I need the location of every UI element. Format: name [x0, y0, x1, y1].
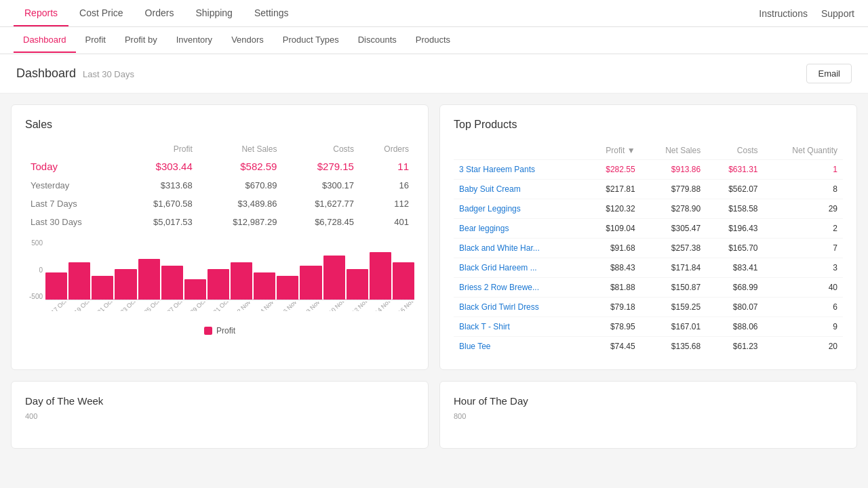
tp-product-name[interactable]: Briess 2 Row Brewe... [454, 278, 583, 298]
sales-row-profit: $303.44 [121, 157, 198, 176]
tp-product-netsales: $278.90 [641, 199, 707, 219]
chart-bar [45, 272, 67, 300]
tp-product-name[interactable]: Black Grid Hareem ... [454, 258, 583, 278]
sales-table-row: Yesterday $313.68 $670.89 $300.17 16 [25, 176, 414, 195]
hour-of-day-y-label: 800 [454, 412, 843, 420]
x-axis-label: 4 Nov [257, 302, 277, 311]
page-header: Dashboard Last 30 Days Email [0, 54, 868, 94]
sales-row-label: Yesterday [25, 176, 121, 195]
tp-product-quantity: 29 [764, 199, 843, 219]
tp-product-name[interactable]: Baby Suit Cream [454, 180, 583, 199]
sales-row-netsales: $12,987.29 [198, 213, 283, 231]
legend-color-profit [204, 327, 212, 335]
top-product-row: Bear leggings $109.04 $305.47 $196.43 2 [454, 219, 843, 239]
tp-product-profit: $217.81 [583, 180, 640, 199]
chart-bar [184, 279, 206, 300]
x-axis-label: 16 Nov [396, 302, 414, 311]
x-axis-label: 2 Nov [234, 302, 254, 311]
top-product-row: Black Grid Twirl Dress $79.18 $159.25 $8… [454, 298, 843, 317]
top-product-row: Black Grid Hareem ... $88.43 $171.84 $83… [454, 258, 843, 278]
chart-legend: Profit [25, 326, 414, 336]
nav-shipping[interactable]: Shipping [184, 1, 243, 26]
chart-bar [161, 266, 183, 300]
tp-product-costs: $562.07 [706, 180, 763, 199]
subnav-profit-by[interactable]: Profit by [115, 28, 167, 53]
tp-product-profit: $74.45 [583, 337, 640, 357]
chart-bar [208, 269, 229, 300]
nav-orders[interactable]: Orders [134, 1, 185, 26]
subnav-discounts[interactable]: Discounts [349, 28, 406, 53]
chart-bar [231, 262, 252, 300]
sub-navigation: Dashboard Profit Profit by Inventory Ven… [0, 27, 868, 54]
tp-product-costs: $158.58 [706, 199, 763, 219]
sales-row-costs: $1,627.77 [282, 195, 359, 213]
tp-product-quantity: 3 [764, 258, 843, 278]
tp-product-name[interactable]: Black Grid Twirl Dress [454, 298, 583, 317]
sales-row-label: Last 30 Days [25, 213, 121, 231]
sales-row-profit: $313.68 [121, 176, 198, 195]
subnav-profit[interactable]: Profit [76, 28, 115, 53]
tp-col-profit[interactable]: Profit ▼ [583, 142, 640, 160]
tp-product-name[interactable]: Blue Tee [454, 337, 583, 357]
instructions-link[interactable]: Instructions [759, 8, 808, 19]
title-area: Dashboard Last 30 Days [16, 66, 134, 81]
tp-product-netsales: $913.86 [641, 160, 707, 180]
day-of-week-y-label: 400 [25, 412, 414, 420]
sales-card-title: Sales [25, 119, 414, 131]
top-products-card: Top Products Profit ▼ Net Sales Costs Ne… [439, 104, 857, 370]
x-axis-label: 27 Oct [164, 302, 184, 311]
subnav-dashboard[interactable]: Dashboard [14, 28, 76, 53]
email-button[interactable]: Email [806, 64, 852, 83]
x-axis-label: 8 Nov [303, 302, 323, 311]
sales-row-netsales: $670.89 [198, 176, 283, 195]
nav-cost-price[interactable]: Cost Price [68, 1, 134, 26]
x-axis-label: 19 Oct [72, 302, 92, 311]
tp-col-costs: Costs [706, 142, 763, 160]
sales-table-row: Today $303.44 $582.59 $279.15 11 [25, 157, 414, 176]
subnav-inventory[interactable]: Inventory [167, 28, 222, 53]
top-products-table: Profit ▼ Net Sales Costs Net Quantity 3 … [454, 142, 843, 356]
nav-reports[interactable]: Reports [14, 1, 68, 26]
hour-of-day-title: Hour of The Day [454, 395, 843, 407]
day-of-week-title: Day of The Week [25, 395, 414, 407]
tp-product-netsales: $135.68 [641, 337, 707, 357]
x-axis-label: 10 Nov [326, 302, 347, 311]
sales-row-netsales: $3,489.86 [198, 195, 283, 213]
tp-product-netsales: $167.01 [641, 317, 707, 337]
hour-of-day-card: Hour of The Day 800 [439, 381, 857, 449]
tp-product-name[interactable]: Badger Leggings [454, 199, 583, 219]
chart-bar [323, 256, 345, 300]
sales-row-orders: 112 [359, 195, 414, 213]
legend-label-profit: Profit [216, 326, 235, 336]
subnav-products[interactable]: Products [406, 28, 460, 53]
sales-table-row: Last 7 Days $1,670.58 $3,489.86 $1,627.7… [25, 195, 414, 213]
chart-bar [138, 259, 160, 300]
sales-row-costs: $300.17 [282, 176, 359, 195]
tp-product-profit: $79.18 [583, 298, 640, 317]
tp-col-netsales: Net Sales [641, 142, 707, 160]
tp-product-netsales: $171.84 [641, 258, 707, 278]
tp-product-profit: $91.68 [583, 239, 640, 258]
chart-bar [277, 276, 298, 300]
page-subtitle: Last 30 Days [83, 69, 134, 79]
subnav-product-types[interactable]: Product Types [273, 28, 349, 53]
tp-product-costs: $83.41 [706, 258, 763, 278]
subnav-vendors[interactable]: Vendors [222, 28, 273, 53]
main-content: Sales Profit Net Sales Costs Orders Toda… [0, 94, 868, 381]
x-axis-label: 25 Oct [141, 302, 161, 311]
tp-product-name[interactable]: Bear leggings [454, 219, 583, 239]
col-header-netsales: Net Sales [198, 142, 283, 157]
top-product-row: Black T - Shirt $78.95 $167.01 $88.06 9 [454, 317, 843, 337]
tp-product-quantity: 7 [764, 239, 843, 258]
x-axis-label: 29 Oct [187, 302, 208, 311]
tp-product-name[interactable]: Black and White Har... [454, 239, 583, 258]
top-nav-right: Instructions Support [759, 8, 854, 19]
tp-product-costs: $61.23 [706, 337, 763, 357]
nav-settings[interactable]: Settings [243, 1, 300, 26]
chart-bar [393, 262, 414, 300]
tp-product-name[interactable]: Black T - Shirt [454, 317, 583, 337]
chart-bar [68, 262, 90, 300]
support-link[interactable]: Support [821, 8, 854, 19]
col-header-orders: Orders [359, 142, 414, 157]
tp-product-name[interactable]: 3 Star Hareem Pants [454, 160, 583, 180]
